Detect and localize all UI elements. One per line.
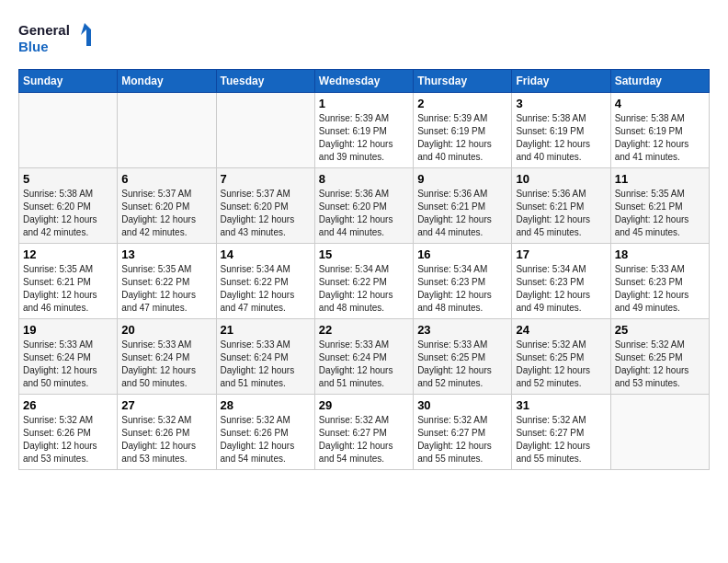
day-number: 11 <box>615 172 705 186</box>
calendar-table: SundayMondayTuesdayWednesdayThursdayFrid… <box>18 69 710 470</box>
calendar-cell: 13Sunrise: 5:35 AM Sunset: 6:22 PM Dayli… <box>118 244 216 319</box>
calendar-cell: 26Sunrise: 5:32 AM Sunset: 6:26 PM Dayli… <box>19 395 118 470</box>
day-info: Sunrise: 5:32 AM Sunset: 6:26 PM Dayligh… <box>23 414 113 465</box>
day-info: Sunrise: 5:37 AM Sunset: 6:20 PM Dayligh… <box>221 188 311 239</box>
calendar-cell: 23Sunrise: 5:33 AM Sunset: 6:25 PM Dayli… <box>414 319 512 395</box>
day-number: 13 <box>121 247 211 261</box>
calendar-cell <box>118 93 216 168</box>
day-info: Sunrise: 5:36 AM Sunset: 6:20 PM Dayligh… <box>319 188 409 239</box>
day-info: Sunrise: 5:33 AM Sunset: 6:24 PM Dayligh… <box>23 339 113 390</box>
logo: General Blue <box>18 18 101 60</box>
day-number: 18 <box>615 247 705 261</box>
day-number: 6 <box>121 172 211 186</box>
day-info: Sunrise: 5:36 AM Sunset: 6:21 PM Dayligh… <box>417 188 507 239</box>
day-info: Sunrise: 5:32 AM Sunset: 6:25 PM Dayligh… <box>516 339 606 390</box>
calendar-cell: 31Sunrise: 5:32 AM Sunset: 6:27 PM Dayli… <box>512 395 610 470</box>
day-info: Sunrise: 5:39 AM Sunset: 6:19 PM Dayligh… <box>417 112 507 164</box>
logo-svg: General Blue <box>18 18 101 60</box>
day-number: 12 <box>23 247 113 261</box>
day-info: Sunrise: 5:35 AM Sunset: 6:22 PM Dayligh… <box>121 263 211 315</box>
day-info: Sunrise: 5:35 AM Sunset: 6:21 PM Dayligh… <box>615 188 705 239</box>
calendar-cell: 4Sunrise: 5:38 AM Sunset: 6:19 PM Daylig… <box>610 93 709 168</box>
day-info: Sunrise: 5:32 AM Sunset: 6:26 PM Dayligh… <box>121 414 211 465</box>
weekday-header-saturday: Saturday <box>610 70 709 93</box>
svg-text:Blue: Blue <box>18 39 49 54</box>
calendar-cell: 12Sunrise: 5:35 AM Sunset: 6:21 PM Dayli… <box>19 244 118 319</box>
day-number: 8 <box>319 172 409 186</box>
day-info: Sunrise: 5:33 AM Sunset: 6:24 PM Dayligh… <box>121 339 211 390</box>
day-info: Sunrise: 5:32 AM Sunset: 6:27 PM Dayligh… <box>516 414 606 465</box>
calendar-cell: 22Sunrise: 5:33 AM Sunset: 6:24 PM Dayli… <box>314 319 413 395</box>
day-number: 5 <box>23 172 113 186</box>
calendar-cell: 18Sunrise: 5:33 AM Sunset: 6:23 PM Dayli… <box>610 244 709 319</box>
week-row-5: 26Sunrise: 5:32 AM Sunset: 6:26 PM Dayli… <box>19 395 710 470</box>
day-number: 1 <box>319 97 409 110</box>
svg-marker-2 <box>81 23 97 46</box>
calendar-cell <box>19 93 118 168</box>
calendar-cell: 24Sunrise: 5:32 AM Sunset: 6:25 PM Dayli… <box>512 319 610 395</box>
day-info: Sunrise: 5:36 AM Sunset: 6:21 PM Dayligh… <box>516 188 606 239</box>
calendar-cell: 2Sunrise: 5:39 AM Sunset: 6:19 PM Daylig… <box>414 93 512 168</box>
weekday-header-row: SundayMondayTuesdayWednesdayThursdayFrid… <box>19 70 710 93</box>
day-info: Sunrise: 5:39 AM Sunset: 6:19 PM Dayligh… <box>319 112 409 164</box>
day-info: Sunrise: 5:38 AM Sunset: 6:19 PM Dayligh… <box>615 112 705 164</box>
calendar-cell: 20Sunrise: 5:33 AM Sunset: 6:24 PM Dayli… <box>118 319 216 395</box>
weekday-header-wednesday: Wednesday <box>314 70 413 93</box>
day-info: Sunrise: 5:38 AM Sunset: 6:19 PM Dayligh… <box>516 112 606 164</box>
day-number: 30 <box>417 398 507 412</box>
week-row-2: 5Sunrise: 5:38 AM Sunset: 6:20 PM Daylig… <box>19 168 710 244</box>
calendar-cell: 29Sunrise: 5:32 AM Sunset: 6:27 PM Dayli… <box>314 395 413 470</box>
day-number: 23 <box>417 323 507 337</box>
day-number: 29 <box>319 398 409 412</box>
day-number: 7 <box>221 172 311 186</box>
day-number: 16 <box>417 247 507 261</box>
day-number: 25 <box>615 323 705 337</box>
calendar-cell: 15Sunrise: 5:34 AM Sunset: 6:22 PM Dayli… <box>314 244 413 319</box>
day-number: 24 <box>516 323 606 337</box>
day-info: Sunrise: 5:33 AM Sunset: 6:25 PM Dayligh… <box>417 339 507 390</box>
day-number: 10 <box>516 172 606 186</box>
day-number: 22 <box>319 323 409 337</box>
calendar-cell: 27Sunrise: 5:32 AM Sunset: 6:26 PM Dayli… <box>118 395 216 470</box>
day-info: Sunrise: 5:32 AM Sunset: 6:27 PM Dayligh… <box>319 414 409 465</box>
weekday-header-sunday: Sunday <box>19 70 118 93</box>
calendar-cell: 25Sunrise: 5:32 AM Sunset: 6:25 PM Dayli… <box>610 319 709 395</box>
day-number: 21 <box>221 323 311 337</box>
calendar-cell: 14Sunrise: 5:34 AM Sunset: 6:22 PM Dayli… <box>216 244 314 319</box>
day-number: 26 <box>23 398 113 412</box>
week-row-3: 12Sunrise: 5:35 AM Sunset: 6:21 PM Dayli… <box>19 244 710 319</box>
calendar-cell: 30Sunrise: 5:32 AM Sunset: 6:27 PM Dayli… <box>414 395 512 470</box>
calendar-cell: 21Sunrise: 5:33 AM Sunset: 6:24 PM Dayli… <box>216 319 314 395</box>
calendar-cell: 6Sunrise: 5:37 AM Sunset: 6:20 PM Daylig… <box>118 168 216 244</box>
day-info: Sunrise: 5:37 AM Sunset: 6:20 PM Dayligh… <box>121 188 211 239</box>
calendar-cell: 11Sunrise: 5:35 AM Sunset: 6:21 PM Dayli… <box>610 168 709 244</box>
calendar-cell: 19Sunrise: 5:33 AM Sunset: 6:24 PM Dayli… <box>19 319 118 395</box>
calendar-cell: 16Sunrise: 5:34 AM Sunset: 6:23 PM Dayli… <box>414 244 512 319</box>
calendar-cell: 10Sunrise: 5:36 AM Sunset: 6:21 PM Dayli… <box>512 168 610 244</box>
day-info: Sunrise: 5:33 AM Sunset: 6:23 PM Dayligh… <box>615 263 705 315</box>
day-info: Sunrise: 5:32 AM Sunset: 6:27 PM Dayligh… <box>417 414 507 465</box>
calendar-cell: 8Sunrise: 5:36 AM Sunset: 6:20 PM Daylig… <box>314 168 413 244</box>
week-row-4: 19Sunrise: 5:33 AM Sunset: 6:24 PM Dayli… <box>19 319 710 395</box>
day-number: 28 <box>221 398 311 412</box>
weekday-header-friday: Friday <box>512 70 610 93</box>
day-info: Sunrise: 5:32 AM Sunset: 6:25 PM Dayligh… <box>615 339 705 390</box>
day-number: 17 <box>516 247 606 261</box>
day-info: Sunrise: 5:34 AM Sunset: 6:22 PM Dayligh… <box>319 263 409 315</box>
calendar-cell: 7Sunrise: 5:37 AM Sunset: 6:20 PM Daylig… <box>216 168 314 244</box>
weekday-header-thursday: Thursday <box>414 70 512 93</box>
day-number: 9 <box>417 172 507 186</box>
day-number: 15 <box>319 247 409 261</box>
day-info: Sunrise: 5:33 AM Sunset: 6:24 PM Dayligh… <box>221 339 311 390</box>
day-info: Sunrise: 5:34 AM Sunset: 6:23 PM Dayligh… <box>516 263 606 315</box>
day-number: 19 <box>23 323 113 337</box>
weekday-header-tuesday: Tuesday <box>216 70 314 93</box>
day-number: 14 <box>221 247 311 261</box>
day-number: 27 <box>121 398 211 412</box>
day-info: Sunrise: 5:32 AM Sunset: 6:26 PM Dayligh… <box>221 414 311 465</box>
calendar-cell: 5Sunrise: 5:38 AM Sunset: 6:20 PM Daylig… <box>19 168 118 244</box>
week-row-1: 1Sunrise: 5:39 AM Sunset: 6:19 PM Daylig… <box>19 93 710 168</box>
weekday-header-monday: Monday <box>118 70 216 93</box>
day-number: 3 <box>516 97 606 110</box>
calendar-cell: 1Sunrise: 5:39 AM Sunset: 6:19 PM Daylig… <box>314 93 413 168</box>
